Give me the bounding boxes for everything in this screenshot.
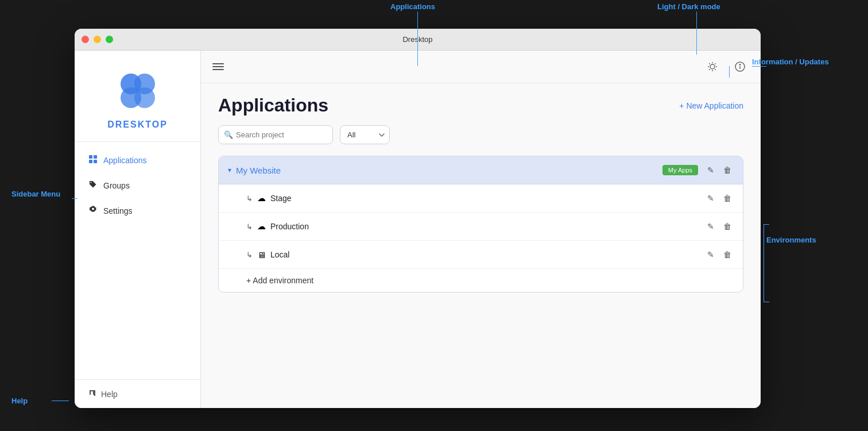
help-label: Help — [101, 390, 118, 399]
window-body: DRESKTOP Applications — [75, 51, 761, 408]
filter-bar: 🔍 All Active Inactive — [201, 125, 761, 156]
annotation-env-bottom — [764, 302, 769, 302]
env-name-local: Local — [270, 250, 705, 259]
cloud-icon-production: ☁ — [257, 221, 266, 232]
sidebar-nav: Applications Groups — [75, 141, 200, 379]
env-row-production: ↳ ☁ Production ✎ 🗑 — [219, 213, 743, 241]
filter-select[interactable]: All Active Inactive — [340, 125, 390, 144]
svg-point-3 — [134, 87, 155, 108]
edit-app-button[interactable]: ✎ — [705, 163, 716, 177]
hamburger-button[interactable] — [212, 63, 224, 70]
app-actions: ✎ 🗑 — [705, 163, 734, 177]
logo-text: DRESKTOP — [107, 120, 168, 130]
annotation-sidebar-line — [72, 198, 78, 199]
hamburger-line-1 — [212, 63, 224, 64]
svg-point-8 — [91, 182, 92, 183]
minimize-button[interactable] — [94, 36, 101, 43]
grid-icon — [88, 155, 98, 166]
delete-env-stage-button[interactable]: 🗑 — [721, 191, 734, 205]
main-content: Applications + New Application 🔍 All Act… — [201, 51, 761, 408]
edit-env-stage-button[interactable]: ✎ — [705, 191, 716, 205]
page-title: Applications — [218, 95, 328, 116]
annotation-lightdark: Light / Dark mode — [657, 2, 720, 11]
settings-nav-label: Settings — [103, 206, 133, 216]
annotation-applications: Applications — [390, 2, 435, 11]
svg-line-15 — [715, 69, 715, 70]
env-indent-icon-production: ↳ — [246, 222, 253, 231]
hamburger-line-3 — [212, 69, 224, 70]
delete-env-local-button[interactable]: 🗑 — [721, 248, 734, 261]
sidebar-item-settings[interactable]: Settings — [75, 198, 200, 224]
main-window: Dresktop DRESKTOP — [75, 29, 761, 408]
sidebar-footer: Help — [75, 379, 200, 408]
window-controls — [82, 36, 113, 43]
svg-line-16 — [709, 69, 710, 70]
hamburger-line-2 — [212, 66, 224, 67]
info-button[interactable] — [731, 57, 749, 76]
delete-app-button[interactable]: 🗑 — [721, 163, 734, 177]
dresktop-logo-icon — [115, 68, 161, 114]
help-icon — [88, 389, 96, 399]
svg-point-20 — [739, 64, 741, 66]
groups-nav-label: Groups — [103, 181, 130, 190]
svg-rect-4 — [89, 155, 92, 159]
tag-icon — [88, 180, 98, 191]
applications-nav-label: Applications — [103, 156, 147, 165]
new-application-label: + New Application — [679, 101, 743, 110]
env-row-stage: ↳ ☁ Stage ✎ 🗑 — [219, 184, 743, 213]
sidebar-logo: DRESKTOP — [75, 51, 200, 141]
annotation-info-hline — [752, 66, 766, 67]
search-icon: 🔍 — [224, 130, 233, 139]
svg-rect-5 — [94, 155, 97, 159]
sidebar-item-applications[interactable]: Applications — [75, 148, 200, 173]
topbar-actions — [703, 57, 749, 76]
add-environment-button[interactable]: + Add environment — [219, 269, 743, 292]
maximize-button[interactable] — [106, 36, 113, 43]
topbar — [201, 51, 761, 83]
annotation-env-vline — [764, 224, 764, 302]
sidebar: DRESKTOP Applications — [75, 51, 201, 408]
env-indent-icon-local: ↳ — [246, 251, 253, 259]
delete-env-production-button[interactable]: 🗑 — [721, 220, 734, 233]
annotation-info-line — [729, 66, 730, 78]
env-actions-production: ✎ 🗑 — [705, 220, 734, 233]
svg-rect-6 — [89, 160, 92, 163]
search-wrapper: 🔍 — [218, 125, 333, 144]
env-indent-icon-stage: ↳ — [246, 194, 253, 203]
env-name-production: Production — [270, 222, 705, 231]
edit-env-local-button[interactable]: ✎ — [705, 248, 716, 261]
close-button[interactable] — [82, 36, 89, 43]
env-actions-local: ✎ 🗑 — [705, 248, 734, 261]
annotation-help: Help — [11, 397, 28, 405]
app-list: ▾ My Website My Apps ✎ 🗑 ↳ ☁ Stage ✎ 🗑 — [218, 156, 743, 293]
edit-env-production-button[interactable]: ✎ — [705, 220, 716, 233]
gear-icon — [88, 205, 98, 217]
annotation-lightdark-line — [696, 11, 697, 55]
new-application-button[interactable]: + New Application — [679, 101, 743, 110]
app-row[interactable]: ▾ My Website My Apps ✎ 🗑 — [219, 156, 743, 184]
annotation-applications-line — [417, 11, 418, 66]
light-dark-mode-button[interactable] — [703, 57, 722, 76]
app-tag: My Apps — [662, 165, 698, 175]
cloud-icon-stage: ☁ — [257, 193, 266, 203]
app-name: My Website — [236, 166, 662, 175]
env-name-stage: Stage — [270, 194, 705, 203]
page-header: Applications + New Application — [201, 83, 761, 125]
add-environment-label: + Add environment — [246, 276, 313, 285]
annotation-env-top — [764, 224, 769, 225]
env-actions-stage: ✎ 🗑 — [705, 191, 734, 205]
svg-point-9 — [710, 64, 715, 69]
annotation-sidebar: Sidebar Menu — [11, 190, 60, 198]
annotation-help-line — [52, 401, 69, 401]
search-input[interactable] — [218, 125, 333, 144]
svg-rect-7 — [94, 160, 97, 163]
env-row-local: ↳ 🖥 Local ✎ 🗑 — [219, 241, 743, 269]
monitor-icon-local: 🖥 — [257, 250, 266, 260]
help-item[interactable]: Help — [88, 389, 187, 399]
chevron-down-icon: ▾ — [228, 166, 231, 174]
svg-line-17 — [715, 63, 715, 64]
annotation-environments: Environments — [766, 236, 816, 244]
svg-line-14 — [709, 63, 710, 64]
annotation-info: Information / Updates — [752, 57, 829, 66]
sidebar-item-groups[interactable]: Groups — [75, 173, 200, 198]
